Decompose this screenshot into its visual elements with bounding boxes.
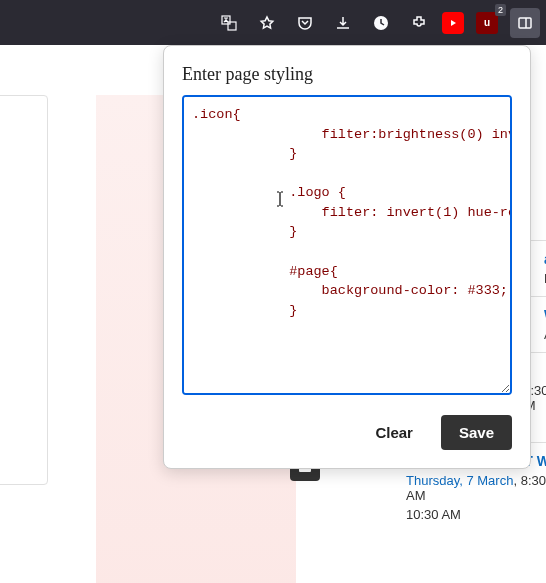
bg-card bbox=[0, 95, 48, 485]
event-time2: 10:30 AM bbox=[406, 507, 546, 522]
svg-rect-1 bbox=[228, 22, 236, 30]
popup-actions: Clear Save bbox=[182, 415, 512, 450]
translate-icon[interactable] bbox=[214, 8, 244, 38]
svg-rect-3 bbox=[519, 18, 531, 28]
extensions-icon[interactable] bbox=[404, 8, 434, 38]
ublock-badge: 2 bbox=[495, 4, 506, 16]
pocket-icon[interactable] bbox=[290, 8, 320, 38]
css-textarea[interactable] bbox=[182, 95, 512, 395]
bookmark-star-icon[interactable] bbox=[252, 8, 282, 38]
event-time: Thursday, 7 March, 8:30 AM bbox=[406, 473, 546, 503]
youtube-icon[interactable] bbox=[442, 12, 464, 34]
clock-icon[interactable] bbox=[366, 8, 396, 38]
ublock-icon[interactable]: u 2 bbox=[472, 8, 502, 38]
styling-popup: Enter page styling Clear Save bbox=[163, 45, 531, 469]
clear-button[interactable]: Clear bbox=[357, 415, 431, 450]
save-button[interactable]: Save bbox=[441, 415, 512, 450]
downloads-icon[interactable] bbox=[328, 8, 358, 38]
popup-title: Enter page styling bbox=[182, 64, 512, 85]
browser-toolbar: u 2 bbox=[0, 0, 546, 45]
sidebar-toggle-icon[interactable] bbox=[510, 8, 540, 38]
